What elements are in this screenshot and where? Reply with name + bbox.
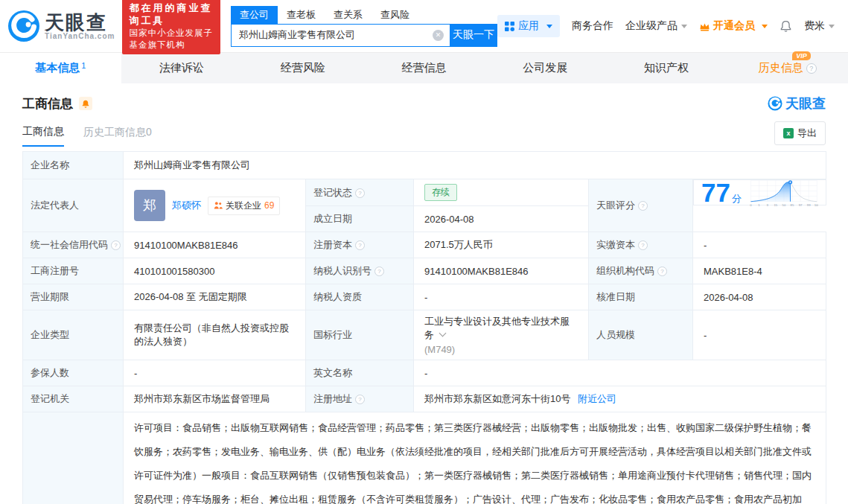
english-name-value: - xyxy=(414,360,826,386)
user-menu[interactable]: 费米 xyxy=(804,19,835,33)
chevron-down-icon[interactable] xyxy=(439,330,447,337)
english-name-label: 英文名称 xyxy=(306,360,414,386)
approval-date-label: 核准日期 xyxy=(589,284,693,310)
insured-count-value: - xyxy=(124,360,306,386)
tab-label: 经营风险 xyxy=(281,61,325,75)
company-type-value: 有限责任公司（非自然人投资或控股的法人独资） xyxy=(124,310,306,360)
search-button[interactable]: 天眼一下 xyxy=(450,24,497,47)
search-tab-relation[interactable]: 查关系 xyxy=(325,6,372,24)
username: 费米 xyxy=(804,19,825,33)
table-row: 企业类型 有限责任公司（非自然人投资或控股的法人独资） 国标行业 工业与专业设计… xyxy=(23,310,826,360)
clear-icon[interactable]: ✕ xyxy=(433,30,444,41)
subtab-history-business-info[interactable]: 历史工商信息0 xyxy=(83,126,152,146)
reg-capital-value: 2071.5万人民币 xyxy=(414,232,589,258)
score-cell: 77分 xyxy=(693,179,826,205)
crown-icon xyxy=(699,22,710,31)
chevron-down-icon xyxy=(546,25,552,28)
related-companies-badge[interactable]: 关联企业 69 xyxy=(208,197,280,215)
watermark-text: 天眼查 xyxy=(785,95,826,112)
enterprise-product-link[interactable]: 企业级产品 xyxy=(625,19,687,33)
search-input-wrap: ✕ xyxy=(231,24,450,47)
legal-rep-label: 法定代表人 xyxy=(23,179,124,232)
table-row: 参保人数 - 英文名称 - xyxy=(23,360,826,386)
section-header: 工商信息 天眼查 xyxy=(22,95,826,112)
credit-code-value: 91410100MAKB81E846 xyxy=(124,232,306,258)
tab-company-development[interactable]: 公司发展 xyxy=(485,53,606,83)
tab-basic-info-count: 1 xyxy=(81,61,86,70)
business-term-value: 2026-04-08 至 无固定期限 xyxy=(124,284,306,310)
table-row: 企业名称 郑州山姆商业零售有限公司 xyxy=(23,152,826,179)
logo-title: 天眼查 xyxy=(45,13,115,32)
tianyancha-logo[interactable]: 天眼查 TianYanCha.com xyxy=(7,10,115,42)
tianyancha-logo-icon xyxy=(7,10,40,42)
help-icon[interactable]: ? xyxy=(374,267,384,276)
tab-history-info[interactable]: VIP 历史信息 ? xyxy=(727,53,848,83)
subscribe-bell-icon[interactable] xyxy=(79,97,92,110)
tab-label: 经营信息 xyxy=(402,61,447,75)
help-icon[interactable]: ? xyxy=(638,201,648,211)
excel-icon: x xyxy=(783,128,794,138)
top-right-nav: 应用 商务合作 企业级产品 开通会员 费米 xyxy=(497,15,835,37)
tab-basic-info[interactable]: 基本信息 1 xyxy=(0,53,121,83)
staff-size-label: 人员规模 xyxy=(589,310,693,360)
apps-grid-icon xyxy=(505,22,514,31)
avatar[interactable]: 郑 xyxy=(134,190,165,221)
open-vip-link[interactable]: 开通会员 xyxy=(699,19,768,33)
chevron-down-icon xyxy=(681,25,687,28)
apps-button[interactable]: 应用 xyxy=(497,15,560,37)
insured-count-label: 参保人数 xyxy=(23,360,124,386)
label-text: 组织机构代码 xyxy=(596,265,654,276)
business-cooperation-link[interactable]: 商务合作 xyxy=(572,19,613,33)
label-text: 登记状态 xyxy=(313,187,352,198)
legal-rep-name-link[interactable]: 郑硕怀 xyxy=(172,199,201,212)
promo-line-2: 国家中小企业发展子基金旗下机构 xyxy=(129,27,214,51)
help-icon[interactable]: ? xyxy=(111,240,121,250)
svg-text:1: 1 xyxy=(758,202,760,206)
notification-bell[interactable] xyxy=(780,20,792,33)
staff-size-value: - xyxy=(693,310,826,360)
tab-intellectual-property[interactable]: 知识产权 xyxy=(606,53,727,83)
legal-rep-cell: 郑 郑硕怀 关联企业 69 xyxy=(124,179,306,232)
industry-name: 工业与专业设计及其他专业技术服务 xyxy=(424,316,570,340)
help-icon[interactable]: ? xyxy=(355,240,365,250)
search-input[interactable] xyxy=(231,24,450,47)
bell-icon xyxy=(780,20,792,33)
apps-label: 应用 xyxy=(518,19,539,33)
help-icon[interactable]: ? xyxy=(355,395,365,404)
top-header: 天眼查 TianYanCha.com 都在用的商业查询工具 国家中小企业发展子基… xyxy=(0,0,848,52)
business-scope-label: 经营范围? xyxy=(23,412,124,504)
help-icon[interactable]: ? xyxy=(638,240,648,250)
search-tab-risk[interactable]: 查风险 xyxy=(372,6,418,24)
help-icon[interactable]: ? xyxy=(657,267,667,276)
search-tab-company[interactable]: 查公司 xyxy=(231,6,278,24)
reg-address-label: 注册地址? xyxy=(306,386,414,412)
svg-text:99: 99 xyxy=(807,202,811,206)
industry-label: 国标行业 xyxy=(306,310,414,360)
score-distribution-chart: 01 315 5085 9799 100 xyxy=(749,170,818,216)
table-row: 法定代表人 郑 郑硕怀 关联企业 69 xyxy=(23,179,826,206)
tab-operation-risk[interactable]: 经营风险 xyxy=(242,53,363,83)
search-tab-boss[interactable]: 查老板 xyxy=(278,6,325,24)
tab-label: 公司发展 xyxy=(523,61,567,75)
nearby-companies-link[interactable]: 附近公司 xyxy=(578,393,616,404)
related-companies-icon xyxy=(214,201,223,210)
tab-legal-proceedings[interactable]: 法律诉讼 xyxy=(121,53,243,83)
label-text: 实缴资本 xyxy=(596,239,635,250)
business-term-label: 营业期限 xyxy=(23,284,124,310)
logo-domain: TianYanCha.com xyxy=(45,32,115,40)
subtab-business-info[interactable]: 工商信息 xyxy=(22,125,64,147)
section-title: 工商信息 xyxy=(22,95,73,112)
org-code-label: 组织机构代码? xyxy=(589,258,693,284)
svg-text:0: 0 xyxy=(750,202,752,206)
business-scope-value: 许可项目：食品销售；出版物互联网销售；食品经营管理；药品零售；第三类医疗器械经营… xyxy=(124,412,826,504)
export-button[interactable]: x 导出 xyxy=(774,121,826,145)
help-icon[interactable]: ? xyxy=(355,188,365,198)
help-icon[interactable]: ? xyxy=(806,63,817,74)
open-vip-label: 开通会员 xyxy=(713,19,755,33)
approval-date-value: 2026-04-08 xyxy=(693,284,826,310)
sub-tabs: 工商信息 历史工商信息0 x 导出 xyxy=(22,123,826,148)
score-value: 77 xyxy=(701,178,730,207)
company-type-label: 企业类型 xyxy=(23,310,124,360)
svg-text:50: 50 xyxy=(782,202,785,206)
tab-operation-info[interactable]: 经营信息 xyxy=(363,53,485,83)
